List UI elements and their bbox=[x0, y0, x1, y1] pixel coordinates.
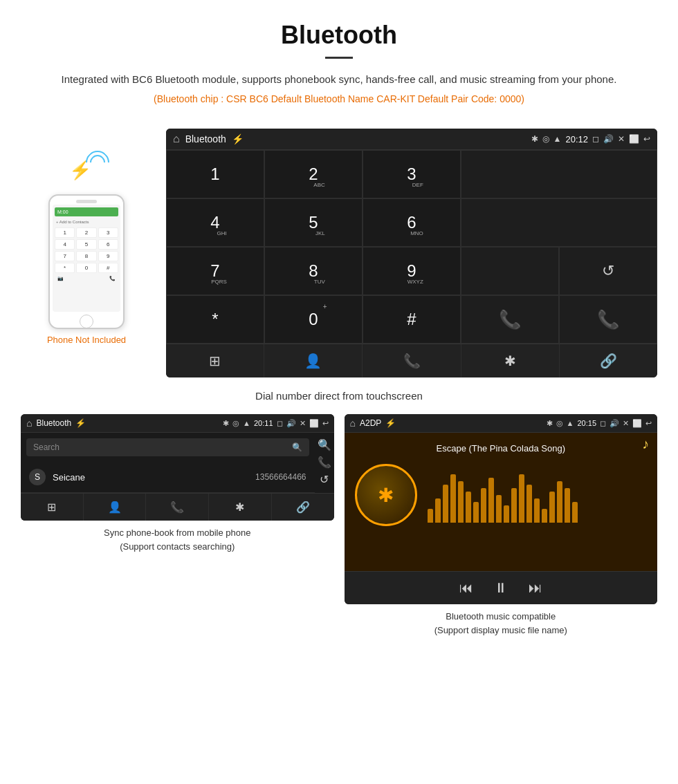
home-icon[interactable]: ⌂ bbox=[173, 133, 180, 145]
pb-nav-settings[interactable]: 🔗 bbox=[272, 494, 334, 521]
dial-refresh-cell[interactable]: ↺ bbox=[559, 247, 657, 295]
dial-empty-2 bbox=[461, 198, 657, 247]
phone-key-0: 0 bbox=[76, 263, 96, 273]
pb-refresh-right-icon[interactable]: ↺ bbox=[320, 473, 329, 486]
pb-search-bar[interactable]: Search 🔍 bbox=[26, 438, 309, 456]
dial-key-7[interactable]: 7 PQRS bbox=[166, 247, 264, 295]
pb-bottom-nav: ⊞ 👤 📞 ✱ 🔗 bbox=[21, 493, 334, 521]
nav-bluetooth[interactable]: ✱ bbox=[461, 344, 560, 377]
music-title: A2DP bbox=[360, 418, 381, 428]
nav-contacts[interactable]: 👤 bbox=[264, 344, 363, 377]
phone-screen-header: M:00 bbox=[55, 207, 118, 216]
music-back-icon[interactable]: ↩ bbox=[645, 419, 652, 428]
music-home-icon[interactable]: ⌂ bbox=[350, 418, 356, 429]
car-screen-bottom-nav: ⊞ 👤 📞 ✱ 🔗 bbox=[166, 344, 657, 377]
pb-title: Bluetooth bbox=[36, 418, 71, 428]
location-icon: ◎ bbox=[542, 134, 549, 144]
dial-grid: 1 2 ABC 3 DEF ⌫ 4 GHI 5 JKL bbox=[166, 150, 657, 344]
music-win-icon: ⬜ bbox=[632, 419, 642, 428]
music-content: ✱ bbox=[355, 464, 648, 526]
dial-key-9[interactable]: 9 WXYZ bbox=[363, 247, 461, 295]
pb-nav-keypad[interactable]: ⊞ bbox=[21, 494, 84, 521]
dial-key-3[interactable]: 3 DEF bbox=[363, 150, 461, 198]
dial-key-6[interactable]: 6 MNO bbox=[363, 198, 461, 247]
nav-settings[interactable]: 🔗 bbox=[560, 344, 657, 377]
music-screen: ⌂ A2DP ⚡ ✱ ◎ ▲ 20:15 ◻ 🔊 ✕ ⬜ ↩ E bbox=[345, 414, 658, 604]
dial-key-1[interactable]: 1 bbox=[166, 150, 264, 198]
pb-signal-icon: ▲ bbox=[243, 419, 250, 427]
pb-search-placeholder: Search bbox=[33, 442, 59, 452]
main-section: ⚡ M:00 + Add to Contacts 1 2 3 4 5 6 7 8… bbox=[0, 129, 678, 377]
car-screen-dial: ⌂ Bluetooth ⚡ ✱ ◎ ▲ 20:12 ◻ 🔊 ✕ ⬜ ↩ 1 bbox=[166, 129, 657, 377]
header-left: ⌂ Bluetooth ⚡ bbox=[173, 133, 244, 145]
eq-bar bbox=[481, 488, 486, 523]
dial-key-hash[interactable]: # bbox=[363, 295, 461, 344]
phone-not-included-label: Phone Not Included bbox=[47, 335, 126, 345]
music-header: ⌂ A2DP ⚡ ✱ ◎ ▲ 20:15 ◻ 🔊 ✕ ⬜ ↩ bbox=[345, 414, 658, 433]
music-note-icon: ♪ bbox=[642, 436, 649, 452]
pb-header-right: ✱ ◎ ▲ 20:11 ◻ 🔊 ✕ ⬜ ↩ bbox=[223, 419, 328, 428]
volume-icon: 🔊 bbox=[603, 134, 614, 144]
music-bt-icon: ✱ bbox=[547, 419, 553, 428]
pb-contact-initial: S bbox=[29, 469, 46, 485]
pb-back-icon[interactable]: ↩ bbox=[322, 419, 329, 428]
play-pause-icon[interactable]: ⏸ bbox=[494, 580, 508, 596]
music-loc-icon: ◎ bbox=[556, 419, 563, 428]
pb-close-icon[interactable]: ✕ bbox=[300, 419, 306, 428]
car-screen-time: 20:12 bbox=[565, 134, 588, 144]
dial-call-green-cell[interactable]: 📞 bbox=[461, 295, 559, 344]
nav-keypad[interactable]: ⊞ bbox=[166, 344, 264, 377]
pb-bt-icon: ✱ bbox=[223, 419, 229, 428]
pb-contact-item[interactable]: S Seicane 13566664466 bbox=[21, 462, 315, 493]
eq-bar bbox=[504, 505, 509, 523]
nav-phone[interactable]: 📞 bbox=[363, 344, 461, 377]
pb-nav-contacts-active[interactable]: 👤 bbox=[84, 494, 147, 521]
music-signal-icon: ▲ bbox=[567, 419, 574, 427]
dial-key-4[interactable]: 4 GHI bbox=[166, 198, 264, 247]
back-icon[interactable]: ↩ bbox=[643, 134, 650, 144]
eq-bars bbox=[428, 467, 648, 523]
pb-home-icon[interactable]: ⌂ bbox=[26, 418, 32, 429]
eq-bar bbox=[549, 492, 555, 523]
pb-body: Search 🔍 S Seicane 13566664466 🔍 📞 ↺ bbox=[21, 433, 334, 493]
signal-icon: ▲ bbox=[553, 134, 562, 144]
pb-nav-bt[interactable]: ✱ bbox=[209, 494, 272, 521]
phonebook-panel: ⌂ Bluetooth ⚡ ✱ ◎ ▲ 20:11 ◻ 🔊 ✕ ⬜ ↩ bbox=[21, 414, 334, 637]
close-icon[interactable]: ✕ bbox=[618, 134, 625, 144]
phonebook-caption-line1: Sync phone-book from mobile phone bbox=[104, 528, 250, 538]
prev-track-icon[interactable]: ⏮ bbox=[459, 580, 473, 596]
eq-bar bbox=[565, 488, 570, 523]
next-track-icon[interactable]: ⏭ bbox=[529, 580, 542, 596]
music-bt-symbol: ✱ bbox=[378, 484, 394, 507]
eq-bar bbox=[488, 478, 494, 523]
phone-key-5: 5 bbox=[76, 239, 96, 250]
plus-indicator: + bbox=[323, 303, 327, 310]
pb-search-right-icon[interactable]: 🔍 bbox=[318, 438, 331, 451]
eq-bar bbox=[511, 488, 517, 523]
music-close-icon[interactable]: ✕ bbox=[623, 419, 629, 428]
music-usb-icon: ⚡ bbox=[385, 418, 396, 428]
music-panel: ⌂ A2DP ⚡ ✱ ◎ ▲ 20:15 ◻ 🔊 ✕ ⬜ ↩ E bbox=[345, 414, 658, 637]
eq-bar bbox=[496, 495, 502, 523]
pb-header: ⌂ Bluetooth ⚡ ✱ ◎ ▲ 20:11 ◻ 🔊 ✕ ⬜ ↩ bbox=[21, 414, 334, 433]
dial-key-5[interactable]: 5 JKL bbox=[264, 198, 363, 247]
dial-key-2[interactable]: 2 ABC bbox=[264, 150, 363, 198]
dial-key-8[interactable]: 8 TUV bbox=[264, 247, 363, 295]
usb-icon: ⚡ bbox=[232, 133, 244, 144]
dial-empty-3 bbox=[461, 247, 559, 295]
dial-call-red-cell[interactable]: 📞 bbox=[559, 295, 657, 344]
phone-key-7: 7 bbox=[55, 251, 75, 261]
phone-key-2: 2 bbox=[76, 227, 96, 238]
bluetooth-waves: ⚡ bbox=[66, 149, 107, 191]
pb-contact-name: Seicane bbox=[53, 472, 255, 483]
pb-call-right-icon[interactable]: 📞 bbox=[318, 456, 331, 469]
phone-key-star: * bbox=[55, 263, 75, 273]
eq-bar bbox=[466, 492, 471, 523]
phone-key-1: 1 bbox=[55, 227, 75, 238]
pb-search-icon: 🔍 bbox=[292, 442, 302, 452]
music-body: Escape (The Pina Colada Song) ✱ ♪ bbox=[345, 433, 658, 571]
dial-key-star[interactable]: * bbox=[166, 295, 264, 344]
dial-key-0[interactable]: 0 + bbox=[264, 295, 363, 344]
music-header-right: ✱ ◎ ▲ 20:15 ◻ 🔊 ✕ ⬜ ↩ bbox=[547, 419, 652, 428]
pb-nav-phone[interactable]: 📞 bbox=[146, 494, 209, 521]
